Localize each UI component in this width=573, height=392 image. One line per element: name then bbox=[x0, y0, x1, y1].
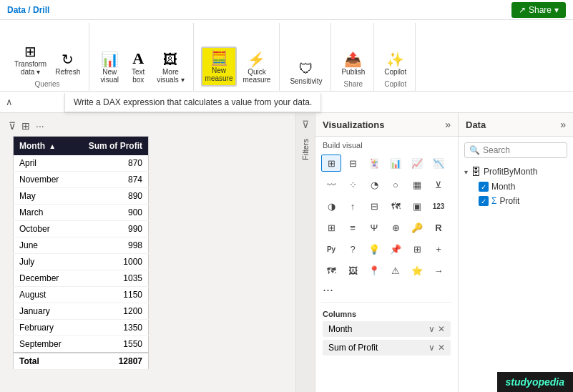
funnel-viz-icon[interactable]: ⊻ bbox=[428, 176, 449, 193]
table-row[interactable]: July1000 bbox=[14, 254, 149, 270]
num-viz-icon[interactable]: 123 bbox=[428, 197, 449, 215]
profit-header[interactable]: Sum of Profit bbox=[74, 137, 149, 156]
tree-child-profit[interactable]: Σ Profit bbox=[479, 194, 567, 208]
profit-checkbox[interactable] bbox=[479, 196, 489, 206]
month-cell: April bbox=[14, 155, 74, 172]
ribbon-viz-icon[interactable]: ≡ bbox=[343, 219, 363, 236]
table-row[interactable]: August1150 bbox=[14, 287, 149, 303]
quick-measure-button[interactable]: ⚡ Quickmeasure bbox=[240, 49, 273, 87]
matrix-viz-icon[interactable]: ⊟ bbox=[343, 155, 363, 172]
share-group-label: Share bbox=[343, 80, 363, 88]
area-viz-icon[interactable]: 〰 bbox=[321, 176, 341, 193]
col-viz-icon[interactable]: 📈 bbox=[407, 155, 427, 172]
top-bar: Data / Drill ↗ Share ▾ bbox=[0, 0, 573, 20]
waterfall-viz-icon[interactable]: Ψ bbox=[364, 219, 384, 236]
slicer-viz-icon[interactable]: ⊟ bbox=[364, 197, 384, 215]
scatter-viz-icon[interactable]: ⁘ bbox=[343, 176, 363, 193]
col-month-label: Month bbox=[328, 324, 352, 334]
table-row[interactable]: October990 bbox=[14, 221, 149, 237]
decomp-viz-icon[interactable]: ⊕ bbox=[386, 219, 406, 236]
publish-button[interactable]: 📤 Publish bbox=[338, 49, 368, 79]
line-viz-icon[interactable]: 📉 bbox=[428, 155, 449, 172]
py-viz-icon[interactable]: Py bbox=[321, 240, 341, 258]
map2-viz-icon[interactable]: 🗺 bbox=[321, 262, 341, 279]
gauge-viz-icon[interactable]: ◑ bbox=[321, 197, 341, 215]
profit-cell: 1000 bbox=[74, 254, 149, 270]
new-measure-button[interactable]: 🧮 Newmeasure bbox=[201, 46, 237, 87]
publish-icon: 📤 bbox=[344, 52, 362, 67]
data-search[interactable]: 🔍 bbox=[464, 142, 567, 158]
map-viz-icon[interactable]: 🗺 bbox=[386, 197, 406, 215]
star-viz-icon[interactable]: ⭐ bbox=[407, 262, 427, 279]
data-panel-title: Data bbox=[466, 119, 486, 130]
filter-expand-icon[interactable]: ⊽ bbox=[302, 119, 309, 130]
sensitivity-button[interactable]: 🛡 Sensitivity bbox=[287, 59, 325, 88]
col-item-profit[interactable]: Sum of Profit ∨ ✕ bbox=[323, 340, 451, 356]
tree-root[interactable]: ▾ 🗄 ProfitByMonth bbox=[464, 164, 567, 180]
copilot-button[interactable]: ✨ Copilot bbox=[381, 49, 409, 79]
grid-toolbar-icon[interactable]: ⊞ bbox=[20, 119, 31, 133]
profit-cell: 1150 bbox=[74, 287, 149, 303]
transform-data-button[interactable]: ⊞ Transformdata ▾ bbox=[11, 41, 49, 79]
table-row[interactable]: February1350 bbox=[14, 320, 149, 336]
columns-section: Columns Month ∨ ✕ Sum of Profit ∨ ✕ bbox=[315, 305, 458, 363]
more-toolbar-icon[interactable]: ··· bbox=[34, 119, 46, 133]
filter-toolbar-icon[interactable]: ⊽ bbox=[7, 119, 17, 133]
kpi-viz-icon[interactable]: ↑ bbox=[343, 197, 363, 215]
key-inf-viz-icon[interactable]: 🔑 bbox=[407, 219, 427, 236]
month-cell: December bbox=[14, 270, 74, 287]
collapse-button[interactable]: ∧ bbox=[6, 97, 13, 107]
profit-cell: 1350 bbox=[74, 320, 149, 336]
refresh-button[interactable]: ↻ Refresh bbox=[52, 49, 83, 79]
smart-viz-icon[interactable]: 💡 bbox=[364, 240, 384, 258]
month-cell: September bbox=[14, 336, 74, 353]
table-row[interactable]: September1550 bbox=[14, 336, 149, 353]
sensitivity-icon: 🛡 bbox=[299, 62, 313, 76]
table-viz-icon[interactable]: ⊞ bbox=[321, 155, 341, 172]
arrow-viz-icon[interactable]: → bbox=[428, 262, 449, 279]
table-row[interactable]: May890 bbox=[14, 188, 149, 205]
table-row[interactable]: March900 bbox=[14, 205, 149, 221]
table-row[interactable]: January1200 bbox=[14, 303, 149, 320]
pin-viz-icon[interactable]: 📌 bbox=[386, 240, 406, 258]
r-viz-icon[interactable]: R bbox=[428, 219, 449, 236]
table-row[interactable]: June998 bbox=[14, 237, 149, 254]
viz-expand-button[interactable]: » bbox=[445, 119, 451, 130]
card-viz-icon[interactable]: 🃏 bbox=[364, 155, 384, 172]
shpmap-viz-icon[interactable]: ▣ bbox=[407, 197, 427, 215]
bar-viz-icon[interactable]: 📊 bbox=[386, 155, 406, 172]
warn-viz-icon[interactable]: ⚠ bbox=[386, 262, 406, 279]
loc-viz-icon[interactable]: 📍 bbox=[364, 262, 384, 279]
main-content: ⊽ ⊞ ··· Month ▲ Sum of Profit April870No… bbox=[0, 113, 573, 392]
viz-more-button[interactable]: ··· bbox=[315, 281, 458, 299]
table-row[interactable]: November874 bbox=[14, 172, 149, 188]
qna-viz-icon[interactable]: ? bbox=[343, 240, 363, 258]
table-row[interactable]: April870 bbox=[14, 155, 149, 172]
icon-viz-icon[interactable]: 🖼 bbox=[343, 262, 363, 279]
treemap-viz-icon[interactable]: ▦ bbox=[407, 176, 427, 193]
month-header[interactable]: Month ▲ bbox=[14, 137, 74, 156]
col-remove2-icon[interactable]: ✕ bbox=[438, 343, 445, 353]
donut-viz-icon[interactable]: ○ bbox=[386, 176, 406, 193]
search-input[interactable] bbox=[483, 145, 562, 155]
data-expand-button[interactable]: » bbox=[560, 119, 566, 130]
tree-child-month[interactable]: Month bbox=[479, 180, 567, 194]
pie-viz-icon[interactable]: ◔ bbox=[364, 176, 384, 193]
share-button[interactable]: ↗ Share ▾ bbox=[511, 2, 566, 18]
table-row[interactable]: December1035 bbox=[14, 270, 149, 287]
paginate-viz-icon[interactable]: ⊞ bbox=[407, 240, 427, 258]
custom-viz-icon[interactable]: + bbox=[428, 240, 449, 258]
refresh-icon: ↻ bbox=[62, 52, 74, 67]
visualizations-panel: Visualizations » Build visual ⊞ ⊟ 🃏 📊 📈 … bbox=[315, 113, 459, 392]
combo-viz-icon[interactable]: ⊞ bbox=[321, 219, 341, 236]
new-visual-button[interactable]: 📊 Newvisual bbox=[97, 49, 122, 87]
profit-cell: 890 bbox=[74, 188, 149, 205]
month-checkbox[interactable] bbox=[479, 182, 489, 192]
col-remove-icon[interactable]: ✕ bbox=[438, 324, 445, 334]
text-box-button[interactable]: A Textbox bbox=[125, 48, 151, 87]
viz-icons-row-5: Py ? 💡 📌 ⊞ + bbox=[315, 238, 458, 260]
col-item-month[interactable]: Month ∨ ✕ bbox=[323, 321, 451, 337]
watermark-highlight: opedia bbox=[532, 376, 564, 388]
ribbon-group-queries: ⊞ Transformdata ▾ ↻ Refresh Queries bbox=[6, 23, 89, 91]
more-visuals-button[interactable]: 🖼 Morevisuals ▾ bbox=[154, 49, 187, 87]
